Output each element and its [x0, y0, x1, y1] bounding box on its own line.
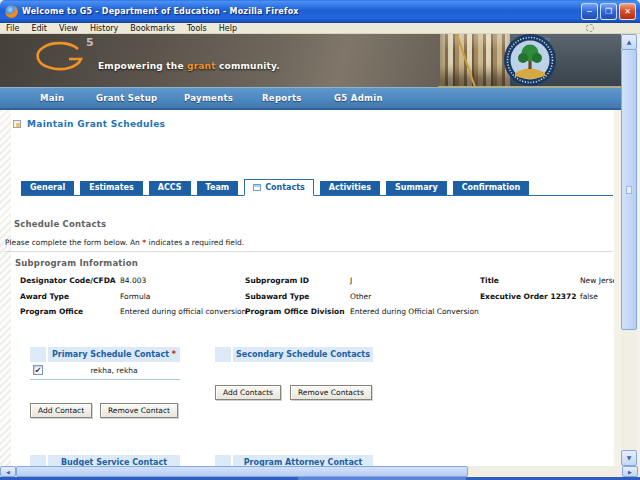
program-attorney-header-label: Program Attorney Contact [233, 455, 373, 466]
primary-contact-header: Primary Schedule Contact * [30, 347, 180, 362]
schedule-tabs: General Estimates ACCS Team Contacts Act… [21, 179, 613, 196]
header-spacer-cell [30, 455, 46, 466]
page-content: Maintain Grant Schedules General Estimat… [0, 110, 621, 466]
secondary-contacts-table: Secondary Schedule Contacts [215, 347, 373, 362]
field-value: Entered during Official Conversion [350, 307, 480, 323]
page-right-edge [614, 110, 621, 466]
secondary-contacts-header: Secondary Schedule Contacts [215, 347, 373, 362]
primary-contact-header-label: Primary Schedule Contact * [48, 347, 180, 362]
left-margin-stripes [0, 110, 11, 466]
field-value: Other [350, 292, 480, 308]
contacts-tab-icon [253, 184, 261, 191]
section-divider [4, 251, 613, 252]
bullet-icon [13, 120, 21, 128]
vertical-scrollbar-thumb[interactable] [621, 49, 637, 330]
browser-window: Welcome to G5 - Department of Education … [0, 0, 640, 480]
field-label: Program Office [20, 307, 120, 323]
field-value: Formula [120, 292, 245, 308]
program-attorney-contact-table: Program Attorney Contact [215, 455, 373, 466]
nav-grant-setup[interactable]: Grant Setup [96, 88, 157, 108]
field-label: Award Type [20, 292, 120, 308]
scroll-down-button[interactable]: ▼ [621, 450, 637, 466]
tab-team[interactable]: Team [197, 181, 239, 195]
field-label: Program Office Division [245, 307, 350, 323]
page-title: Maintain Grant Schedules [27, 119, 165, 129]
scrollbar-grip [626, 186, 632, 194]
field-label: Designator Code/CFDA [20, 276, 120, 292]
menu-file[interactable]: File [0, 23, 25, 34]
tab-contacts[interactable]: Contacts [244, 179, 314, 196]
budget-service-header-label: Budget Service Contact [48, 455, 180, 466]
tab-activities[interactable]: Activities [320, 181, 380, 195]
menu-help[interactable]: Help [213, 23, 243, 34]
tab-estimates[interactable]: Estimates [80, 181, 143, 195]
primary-contact-table: Primary Schedule Contact * ✔ rekha, rekh… [30, 347, 180, 380]
field-value: 84.003 [120, 276, 245, 292]
maximize-button[interactable]: ❐ [600, 3, 617, 20]
g5-logo-five: 5 [86, 36, 94, 49]
menu-edit[interactable]: Edit [25, 23, 53, 34]
field-value: J [350, 276, 480, 292]
nav-payments[interactable]: Payments [184, 88, 233, 108]
close-button[interactable]: ✕ [619, 3, 636, 20]
horizontal-scrollbar[interactable]: ◀ ▶ [0, 466, 640, 477]
nav-main[interactable]: Main [40, 88, 64, 108]
menu-tools[interactable]: Tools [181, 23, 213, 34]
breadcrumb: Maintain Grant Schedules [13, 119, 165, 129]
field-label: Executive Order 12372 [480, 292, 580, 308]
g5-banner: |π(x)| f(z,θ) 5 Empowering the grant com… [0, 34, 621, 87]
contact-checkbox[interactable]: ✔ [33, 365, 43, 375]
main-navigation: Main Grant Setup Payments Reports G5 Adm… [0, 87, 621, 110]
firefox-icon [5, 5, 18, 18]
tab-confirmation[interactable]: Confirmation [453, 181, 529, 195]
field-label: Subaward Type [245, 292, 350, 308]
remove-contacts-button[interactable]: Remove Contacts [290, 385, 372, 400]
window-titlebar[interactable]: Welcome to G5 - Department of Education … [0, 0, 640, 23]
horizontal-scrollbar-thumb[interactable] [16, 466, 468, 477]
secondary-contacts-header-label: Secondary Schedule Contacts [233, 347, 373, 362]
nav-reports[interactable]: Reports [262, 88, 302, 108]
scroll-up-button[interactable]: ▲ [621, 34, 637, 50]
vertical-scrollbar[interactable]: ▲ ▼ [621, 34, 637, 466]
header-spacer-cell [215, 347, 231, 362]
throbber-icon [586, 24, 594, 32]
department-of-education-seal-icon [503, 34, 557, 87]
program-attorney-header: Program Attorney Contact [215, 455, 373, 466]
nav-g5-admin[interactable]: G5 Admin [334, 88, 383, 108]
form-instruction: Please complete the form below. An * ind… [5, 238, 244, 247]
add-contact-button[interactable]: Add Contact [30, 403, 92, 418]
menu-view[interactable]: View [53, 23, 84, 34]
tab-general[interactable]: General [21, 181, 74, 195]
budget-service-header: Budget Service Contact [30, 455, 180, 466]
header-spacer-cell [30, 347, 46, 362]
tab-summary[interactable]: Summary [386, 181, 447, 195]
header-spacer-cell [215, 455, 231, 466]
table-row: ✔ rekha, rekha [30, 362, 180, 380]
tab-accs[interactable]: ACCS [149, 181, 191, 195]
subprogram-fields: Designator Code/CFDA 84.003 Subprogram I… [20, 276, 616, 323]
banner-slogan: Empowering the grant community. [98, 61, 280, 71]
field-label: Subprogram ID [245, 276, 350, 292]
required-asterisk: * [172, 350, 176, 359]
contact-name: rekha, rekha [48, 362, 180, 379]
remove-contact-button[interactable]: Remove Contact [100, 403, 178, 418]
field-label: Title [480, 276, 580, 292]
section-heading: Schedule Contacts [14, 219, 106, 229]
scroll-right-button[interactable]: ▶ [622, 466, 638, 477]
window-title: Welcome to G5 - Department of Education … [22, 7, 299, 16]
budget-service-contact-table: Budget Service Contact [30, 455, 180, 466]
minimize-button[interactable]: ─ [581, 3, 598, 20]
g5-logo-icon [34, 41, 86, 77]
subprogram-heading: Subprogram Information [15, 258, 138, 268]
menu-bookmarks[interactable]: Bookmarks [124, 23, 181, 34]
bookshelf-image [440, 34, 512, 87]
scroll-left-button[interactable]: ◀ [0, 466, 16, 477]
menu-bar: File Edit View History Bookmarks Tools H… [0, 23, 640, 34]
field-value: Entered during official conversion [120, 307, 245, 323]
add-contacts-button[interactable]: Add Contacts [215, 385, 281, 400]
menu-history[interactable]: History [84, 23, 124, 34]
